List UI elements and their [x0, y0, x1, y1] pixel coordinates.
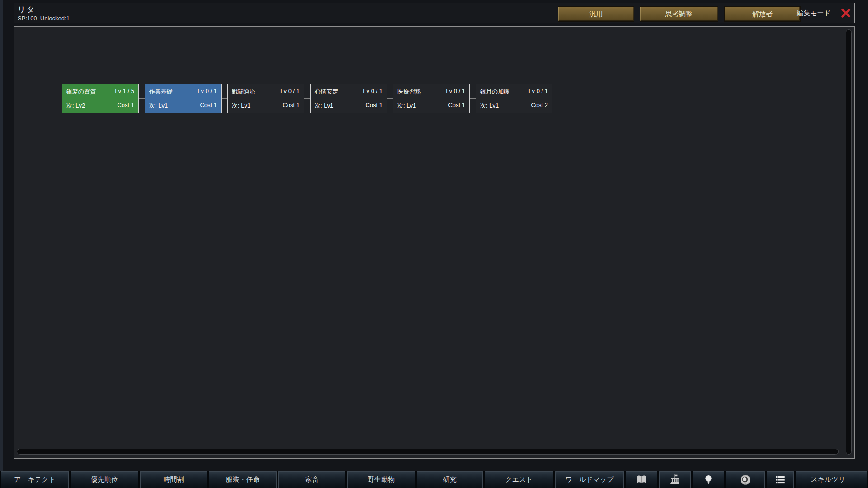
- skill-name: 銀髪の資質: [66, 88, 96, 96]
- tab-research[interactable]: 研究: [417, 471, 483, 488]
- skill-cost: Cost 1: [283, 102, 300, 110]
- skill-level: Lv 0 / 1: [280, 88, 300, 96]
- edit-mode-label[interactable]: 編集モード: [789, 3, 839, 23]
- skill-cost: Cost 1: [117, 102, 134, 110]
- skill-node-silver-hair-aptitude[interactable]: 銀髪の資質 Lv 1 / 5 次: Lv2 Cost 1: [62, 84, 139, 113]
- skill-name: 作業基礎: [149, 88, 173, 96]
- skill-next: 次: Lv2: [66, 102, 85, 110]
- close-button[interactable]: [840, 7, 852, 19]
- sp-unlocked-stats: SP:100 Unlocked:1: [18, 15, 70, 22]
- skill-next: 次: Lv1: [232, 102, 250, 110]
- tab-animals[interactable]: 家畜: [278, 471, 345, 488]
- node-connector: [139, 98, 145, 99]
- tab-label: 研究: [443, 475, 457, 484]
- node-connector: [304, 98, 310, 99]
- skill-next: 次: Lv1: [397, 102, 416, 110]
- tab-factions[interactable]: [659, 471, 691, 488]
- tab-character-portrait[interactable]: [726, 471, 765, 488]
- tab-label: ワールドマップ: [565, 475, 613, 484]
- node-connector: [222, 98, 227, 99]
- tab-label: アーキテクト: [14, 475, 56, 484]
- skill-level: Lv 0 / 1: [363, 88, 382, 96]
- skill-name: 心情安定: [315, 88, 338, 96]
- tree-category-button-thought[interactable]: 思考調整: [640, 6, 718, 22]
- tab-label: 家畜: [305, 475, 319, 484]
- tab-schedule[interactable]: 時間割: [140, 471, 207, 488]
- button-label: 汎用: [590, 10, 603, 19]
- skill-name: 医療習熟: [397, 88, 421, 96]
- skill-cost: Cost 1: [448, 102, 465, 110]
- tab-work-priorities[interactable]: 優先順位: [71, 471, 138, 488]
- main-tab-bar: アーキテクト 優先順位 時間割 服装・任命 家畜 野生動物 研究 クエスト ワー…: [0, 471, 868, 488]
- tab-ideas[interactable]: [693, 471, 724, 488]
- tab-label: 野生動物: [368, 475, 395, 484]
- skill-level: Lv 0 / 1: [446, 88, 465, 96]
- vertical-scrollbar[interactable]: [846, 29, 852, 455]
- tab-label: クエスト: [505, 475, 533, 484]
- skill-cost: Cost 1: [365, 102, 382, 110]
- skill-level: Lv 1 / 5: [115, 88, 134, 96]
- skill-node-combat-adaptation[interactable]: 戦闘適応 Lv 0 / 1 次: Lv1 Cost 1: [227, 84, 304, 113]
- lightbulb-icon: [703, 474, 714, 486]
- tab-assign[interactable]: 服装・任命: [209, 471, 277, 488]
- button-label: 思考調整: [665, 10, 693, 19]
- skill-level: Lv 0 / 1: [528, 88, 548, 96]
- node-connector: [387, 98, 393, 99]
- list-icon: [774, 474, 786, 486]
- button-label: 解放者: [752, 10, 773, 19]
- tab-skill-tree[interactable]: スキルツリー: [796, 471, 867, 488]
- tab-history[interactable]: [626, 471, 657, 488]
- tab-world-map[interactable]: ワールドマップ: [555, 471, 624, 488]
- helmet-portrait-icon: [740, 474, 751, 486]
- skill-next: 次: Lv1: [315, 102, 333, 110]
- game-world-edge: [0, 0, 3, 488]
- building-flag-icon: [669, 474, 681, 486]
- tab-menu[interactable]: [767, 471, 794, 488]
- skill-tree-header: リタ SP:100 Unlocked:1 汎用 思考調整 解放者 編集モード: [14, 3, 855, 23]
- skill-node-work-basics[interactable]: 作業基礎 Lv 0 / 1 次: Lv1 Cost 1: [145, 84, 222, 113]
- close-icon: [840, 7, 852, 19]
- skill-level: Lv 0 / 1: [198, 88, 217, 96]
- tab-label: スキルツリー: [811, 475, 852, 484]
- tab-quests[interactable]: クエスト: [485, 471, 553, 488]
- skill-cost: Cost 1: [200, 102, 217, 110]
- node-connector: [470, 98, 476, 99]
- skill-node-medical-mastery[interactable]: 医療習熟 Lv 0 / 1 次: Lv1 Cost 1: [393, 84, 470, 113]
- character-name: リタ: [18, 5, 35, 15]
- book-icon: [636, 474, 647, 486]
- tab-label: 服装・任命: [226, 475, 260, 484]
- tab-label: 優先順位: [91, 475, 118, 484]
- skill-tree-canvas[interactable]: 銀髪の資質 Lv 1 / 5 次: Lv2 Cost 1 作業基礎 Lv 0 /…: [14, 26, 855, 459]
- skill-name: 戦闘適応: [232, 88, 255, 96]
- horizontal-scrollbar[interactable]: [17, 449, 839, 455]
- skill-node-silver-moon-blessing[interactable]: 銀月の加護 Lv 0 / 1 次: Lv1 Cost 2: [476, 84, 552, 113]
- tab-label: 時間割: [164, 475, 184, 484]
- skill-next: 次: Lv1: [149, 102, 168, 110]
- skill-cost: Cost 2: [531, 102, 548, 110]
- skill-node-mood-stability[interactable]: 心情安定 Lv 0 / 1 次: Lv1 Cost 1: [310, 84, 387, 113]
- skill-next: 次: Lv1: [480, 102, 499, 110]
- tab-wildlife[interactable]: 野生動物: [347, 471, 415, 488]
- skill-name: 銀月の加護: [480, 88, 509, 96]
- tab-architect[interactable]: アーキテクト: [1, 471, 69, 488]
- tree-category-button-general[interactable]: 汎用: [558, 6, 634, 22]
